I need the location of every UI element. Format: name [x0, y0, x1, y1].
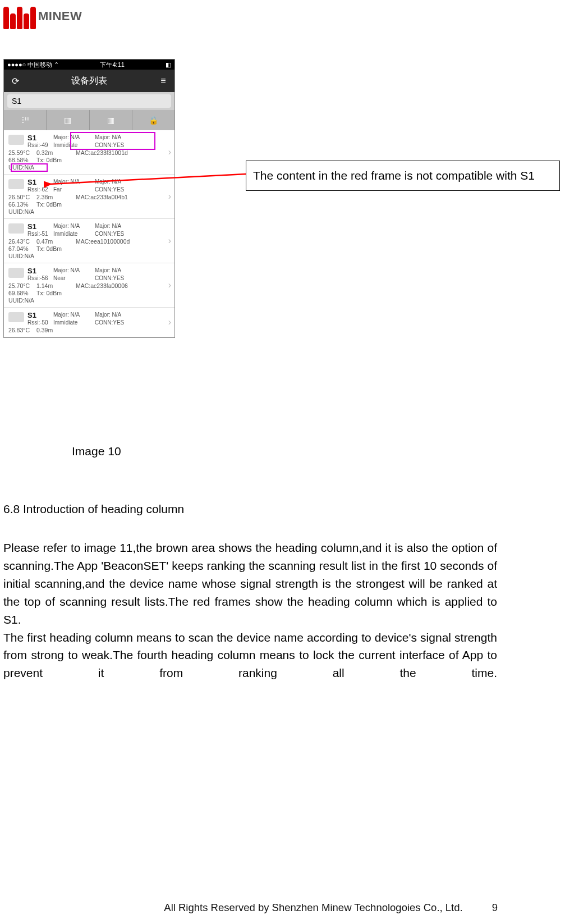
device-dist: 2.38m	[36, 194, 63, 200]
page-number: 9	[492, 902, 498, 914]
image-caption: Image 10	[72, 445, 121, 458]
device-major-1: Major: N/A	[53, 134, 95, 141]
logo-text: MINEW	[38, 9, 82, 24]
device-name: S1	[27, 134, 53, 142]
body-text-1: Please refer to image 11,the brown area …	[3, 541, 497, 626]
device-icon	[8, 135, 24, 145]
status-bar: ●●●●○ 中国移动 ⌃ 下午4:11 ◧	[4, 60, 174, 70]
device-pct: 66.13%	[8, 201, 36, 208]
device-icon	[8, 312, 24, 322]
device-major-2: Major: N/A	[95, 178, 136, 186]
page-footer: All Rights Reserved by Shenzhen Minew Te…	[0, 902, 565, 914]
device-temp: 25.70°C	[8, 282, 36, 289]
footer-copyright: All Rights Reserved by Shenzhen Minew Te…	[0, 902, 565, 914]
device-rssi: Rssi:-62	[27, 186, 53, 193]
device-range: Far	[53, 186, 95, 194]
device-name: S1	[27, 267, 53, 275]
device-conn: CONN:YES	[95, 230, 136, 238]
device-tx: Tx: 0dBm	[36, 157, 63, 163]
device-icon	[8, 223, 24, 234]
chevron-right-icon[interactable]: ›	[168, 280, 171, 290]
device-icon	[8, 268, 24, 278]
device-range: Immidiate	[53, 141, 95, 149]
device-uuid: UUID:N/A	[8, 297, 36, 304]
device-pct: 68.58%	[8, 157, 36, 163]
device-conn: CONN:YES	[95, 319, 136, 327]
body-text-2: The first heading column means to scan t…	[3, 629, 497, 683]
device-uuid: UUID:N/A	[8, 253, 36, 259]
device-rssi: Rssi:-51	[27, 231, 53, 237]
device-row[interactable]: S1Rssi:-50Major: N/AImmidiateMajor: N/AC…	[4, 308, 174, 337]
device-uuid: UUID:N/A	[8, 208, 36, 215]
device-rssi: Rssi:-50	[27, 319, 53, 326]
menu-icon[interactable]: ≡	[158, 76, 169, 86]
section-heading: 6.8 Introduction of heading column	[3, 502, 184, 516]
heading-column-row: ᎒ᴵᴵᴵ ▥ ▥ 🔒	[4, 110, 174, 130]
search-row	[4, 92, 174, 110]
tool-2-icon[interactable]: ▥	[47, 110, 89, 130]
device-major-2: Major: N/A	[95, 134, 136, 141]
device-range: Near	[53, 275, 95, 282]
device-uuid: UUID:N/A	[8, 164, 36, 171]
device-pct: 69.68%	[8, 290, 36, 296]
device-range: Immidiate	[53, 230, 95, 238]
phone-screenshot: ●●●●○ 中国移动 ⌃ 下午4:11 ◧ ⟳ 设备列表 ≡ ᎒ᴵᴵᴵ ▥ ▥ …	[3, 59, 175, 338]
device-major-1: Major: N/A	[53, 222, 95, 230]
device-name: S1	[27, 311, 53, 319]
status-left: ●●●●○ 中国移动 ⌃	[7, 61, 59, 69]
device-row[interactable]: S1Rssi:-62Major: N/AFarMajor: N/ACONN:YE…	[4, 175, 174, 219]
device-dist: 0.47m	[36, 238, 63, 245]
company-logo: MINEW	[3, 3, 82, 29]
device-temp: 26.50°C	[8, 194, 36, 200]
chevron-right-icon[interactable]: ›	[168, 147, 171, 157]
chevron-right-icon[interactable]: ›	[168, 236, 171, 246]
device-pct: 67.04%	[8, 245, 36, 252]
device-rssi: Rssi:-49	[27, 142, 53, 148]
logo-mark-icon	[3, 3, 36, 29]
status-center: 下午4:11	[100, 61, 124, 69]
device-mac: MAC:ac233fa00006	[76, 282, 128, 289]
device-conn: CONN:YES	[95, 275, 136, 282]
device-major-2: Major: N/A	[95, 267, 136, 275]
device-dist: 1.14m	[36, 282, 63, 289]
device-icon	[8, 179, 24, 189]
device-mac: MAC:ac233fa004b1	[76, 194, 128, 200]
device-major-1: Major: N/A	[53, 178, 95, 186]
device-mac: MAC:ac233f31001d	[76, 149, 128, 156]
lock-icon[interactable]: 🔒	[132, 110, 174, 130]
device-tx: Tx: 0dBm	[36, 245, 63, 252]
device-tx: Tx: 0dBm	[36, 201, 63, 208]
device-dist: 0.32m	[36, 149, 63, 156]
tool-3-icon[interactable]: ▥	[90, 110, 132, 130]
search-input[interactable]	[7, 94, 171, 108]
nav-bar: ⟳ 设备列表 ≡	[4, 70, 174, 92]
chevron-right-icon[interactable]: ›	[168, 191, 171, 202]
device-dist: 0.39m	[36, 327, 63, 333]
device-name: S1	[27, 178, 53, 186]
device-mac: MAC:eea10100000d	[76, 238, 130, 245]
callout-box: The content in the red frame is not comp…	[246, 161, 560, 191]
device-rssi: Rssi:-56	[27, 275, 53, 281]
device-major-2: Major: N/A	[95, 222, 136, 230]
device-name: S1	[27, 222, 53, 231]
device-range: Immidiate	[53, 319, 95, 327]
device-row[interactable]: S1Rssi:-49Major: N/AImmidiateMajor: N/AC…	[4, 130, 174, 175]
device-major-1: Major: N/A	[53, 267, 95, 275]
refresh-icon[interactable]: ⟳	[10, 76, 21, 86]
device-major-1: Major: N/A	[53, 311, 95, 319]
device-row[interactable]: S1Rssi:-56Major: N/ANearMajor: N/ACONN:Y…	[4, 263, 174, 308]
status-right: ◧	[166, 61, 171, 68]
sort-signal-icon[interactable]: ᎒ᴵᴵᴵ	[4, 110, 47, 130]
body-paragraph: Please refer to image 11,the brown area …	[3, 539, 497, 682]
device-tx: Tx: 0dBm	[36, 290, 63, 296]
device-temp: 26.83°C	[8, 327, 36, 333]
chevron-right-icon[interactable]: ›	[168, 317, 171, 327]
device-temp: 26.43°C	[8, 238, 36, 245]
nav-title: 设备列表	[21, 75, 158, 87]
device-conn: CONN:YES	[95, 186, 136, 194]
device-row[interactable]: S1Rssi:-51Major: N/AImmidiateMajor: N/AC…	[4, 219, 174, 263]
device-temp: 25.59°C	[8, 149, 36, 156]
device-conn: CONN:YES	[95, 141, 136, 149]
device-major-2: Major: N/A	[95, 311, 136, 319]
